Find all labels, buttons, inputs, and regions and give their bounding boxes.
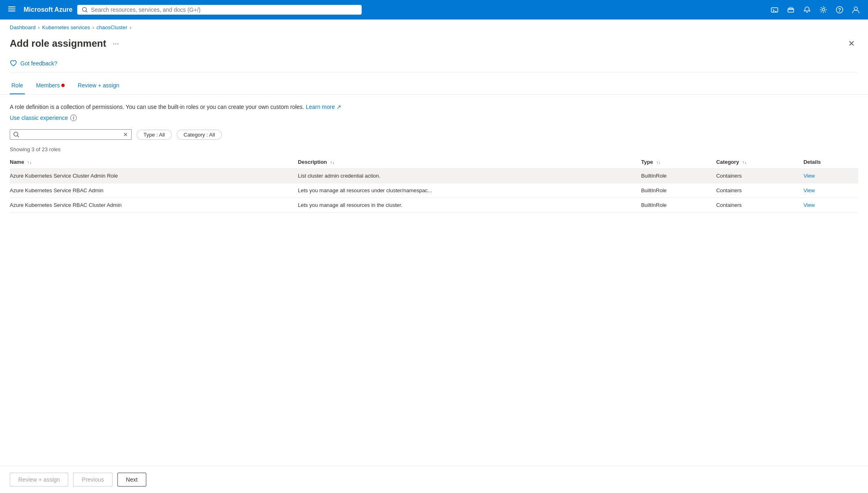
next-button[interactable]: Next	[117, 473, 146, 486]
cell-details-0[interactable]: View	[803, 169, 858, 183]
page-title: Add role assignment	[10, 38, 106, 49]
heart-icon	[10, 60, 17, 67]
roles-table: Name ↑↓ Description ↑↓ Type ↑↓ Category …	[10, 156, 858, 213]
col-header-type[interactable]: Type ↑↓	[641, 156, 716, 169]
members-notification-dot	[61, 84, 65, 87]
notifications-icon[interactable]	[800, 2, 814, 17]
table-row[interactable]: Azure Kubernetes Service RBAC Cluster Ad…	[10, 198, 858, 213]
global-search[interactable]	[77, 5, 362, 15]
svg-rect-0	[8, 7, 15, 7]
svg-line-14	[17, 136, 19, 137]
breadcrumb-sep-2: ›	[92, 25, 94, 30]
cell-details-1[interactable]: View	[803, 183, 858, 198]
view-link-2[interactable]: View	[803, 202, 815, 208]
feedback-bar[interactable]: Got feedback?	[0, 56, 868, 72]
role-search-box[interactable]: Azure Kubernetes Service Cluster Admin ✕	[10, 129, 132, 140]
cell-name-2: Azure Kubernetes Service RBAC Cluster Ad…	[10, 198, 298, 213]
svg-point-12	[854, 7, 857, 10]
svg-rect-1	[8, 9, 15, 9]
svg-rect-2	[8, 11, 15, 11]
search-icon	[82, 7, 88, 13]
classic-label: Use classic experience	[10, 115, 68, 121]
cell-type-1: BuiltInRole	[641, 183, 716, 198]
breadcrumb-dashboard[interactable]: Dashboard	[10, 24, 36, 30]
role-search-input[interactable]: Azure Kubernetes Service Cluster Admin	[22, 131, 120, 138]
nav-icon-group: ?	[767, 2, 863, 17]
cloud-shell-icon[interactable]	[767, 2, 782, 17]
sort-type-icon: ↑↓	[656, 160, 661, 165]
tab-members[interactable]: Members	[35, 79, 66, 94]
page-header: Add role assignment ··· ✕	[0, 34, 868, 56]
sort-desc-icon: ↑↓	[330, 160, 334, 165]
col-header-category[interactable]: Category ↑↓	[716, 156, 803, 169]
previous-button[interactable]: Previous	[73, 473, 112, 486]
cell-cat-1: Containers	[716, 183, 803, 198]
sort-cat-icon: ↑↓	[742, 160, 746, 165]
cell-type-2: BuiltInRole	[641, 198, 716, 213]
description-text: A role definition is a collection of per…	[10, 103, 858, 111]
review-assign-button[interactable]: Review + assign	[10, 473, 68, 486]
cell-name-0: Azure Kubernetes Service Cluster Admin R…	[10, 169, 298, 183]
category-filter-button[interactable]: Category : All	[177, 130, 222, 140]
breadcrumb-sep-1: ›	[38, 25, 40, 30]
help-icon[interactable]: ?	[832, 2, 847, 17]
bottom-bar: Review + assign Previous Next	[0, 466, 868, 493]
tab-bar: Role Members Review + assign	[0, 72, 868, 95]
cell-desc-2: Lets you manage all resources in the clu…	[298, 198, 641, 213]
main-content: Dashboard › Kubernetes services › chaosC…	[0, 20, 868, 493]
breadcrumb-kubernetes[interactable]: Kubernetes services	[42, 24, 90, 30]
tab-review-label: Review + assign	[78, 82, 119, 89]
content-area: A role definition is a collection of per…	[0, 95, 868, 466]
azure-brand: Microsoft Azure	[24, 6, 72, 13]
search-clear-button[interactable]: ✕	[123, 131, 128, 138]
col-header-description[interactable]: Description ↑↓	[298, 156, 641, 169]
cell-type-0: BuiltInRole	[641, 169, 716, 183]
col-header-name[interactable]: Name ↑↓	[10, 156, 298, 169]
svg-rect-5	[771, 8, 778, 12]
global-search-input[interactable]	[91, 7, 357, 13]
search-box-icon	[13, 132, 19, 137]
cell-desc-0: List cluster admin credential action.	[298, 169, 641, 183]
breadcrumb: Dashboard › Kubernetes services › chaosC…	[0, 20, 868, 34]
filters-row: Azure Kubernetes Service Cluster Admin ✕…	[10, 129, 858, 140]
breadcrumb-sep-3: ›	[130, 25, 131, 30]
learn-more-link[interactable]: Learn more ↗	[306, 104, 341, 110]
description-main: A role definition is a collection of per…	[10, 104, 304, 110]
cell-cat-0: Containers	[716, 169, 803, 183]
col-header-details: Details	[803, 156, 858, 169]
category-filter-label: Category : All	[184, 132, 215, 138]
tab-review-assign[interactable]: Review + assign	[76, 79, 121, 94]
close-button[interactable]: ✕	[845, 37, 858, 50]
results-count: Showing 3 of 23 roles	[10, 146, 858, 152]
info-icon: i	[70, 115, 77, 121]
view-link-0[interactable]: View	[803, 173, 815, 179]
settings-icon[interactable]	[816, 2, 831, 17]
account-icon[interactable]	[848, 2, 863, 17]
type-filter-label: Type : All	[143, 132, 165, 138]
top-navigation: Microsoft Azure ?	[0, 0, 868, 20]
svg-line-4	[86, 11, 87, 12]
cell-desc-1: Lets you manage all resources under clus…	[298, 183, 641, 198]
breadcrumb-cluster[interactable]: chaosCluster	[96, 24, 127, 30]
tab-role-label: Role	[11, 82, 23, 89]
feedback-label: Got feedback?	[20, 60, 57, 67]
table-row[interactable]: Azure Kubernetes Service RBAC Admin Lets…	[10, 183, 858, 198]
svg-rect-7	[788, 9, 794, 12]
type-filter-button[interactable]: Type : All	[137, 130, 172, 140]
classic-experience-link[interactable]: Use classic experience i	[10, 115, 858, 121]
table-row[interactable]: Azure Kubernetes Service Cluster Admin R…	[10, 169, 858, 183]
tab-members-label: Members	[36, 82, 60, 89]
svg-point-9	[822, 9, 825, 11]
more-options-button[interactable]: ···	[111, 38, 120, 50]
cell-details-2[interactable]: View	[803, 198, 858, 213]
view-link-1[interactable]: View	[803, 187, 815, 193]
cell-cat-2: Containers	[716, 198, 803, 213]
svg-text:?: ?	[838, 7, 841, 13]
directory-icon[interactable]	[783, 2, 798, 17]
tab-role[interactable]: Role	[10, 79, 25, 94]
cell-name-1: Azure Kubernetes Service RBAC Admin	[10, 183, 298, 198]
sort-name-icon: ↑↓	[27, 160, 32, 165]
hamburger-menu[interactable]	[5, 4, 19, 16]
